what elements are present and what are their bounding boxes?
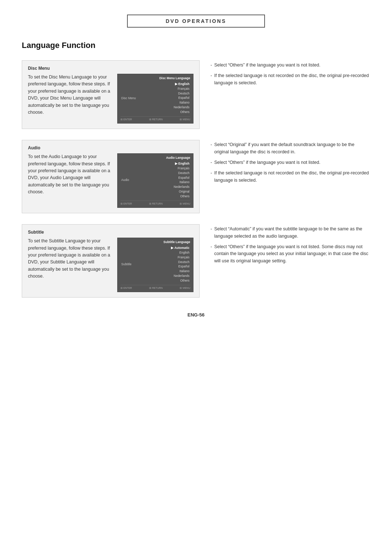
screen-item-english: English [174, 82, 189, 86]
screen-item-nederlands: Nederlands [174, 105, 189, 110]
screen-item-others: Others [174, 194, 189, 199]
bullet-item-audio-0: -Select “Original” if you want the defau… [211, 141, 370, 156]
screen-item-nederlands: Nederlands [174, 185, 189, 189]
screen-item-français: Français [174, 166, 189, 171]
section-subtitle: SubtitleTo set the Subtitle Language to … [22, 224, 370, 298]
bullet-item-subtitle-1: -Select “Others” if the language you wan… [211, 243, 370, 265]
screen-item-français: Français [174, 86, 189, 91]
section-left-disc-menu: Disc MenuTo set the Disc Menu Language t… [22, 60, 200, 129]
info-box-audio: AudioTo set the Audio Language to your p… [22, 140, 200, 213]
bullet-item-disc-menu-1: -If the selected language is not recorde… [211, 72, 370, 86]
section-audio: AudioTo set the Audio Language to your p… [22, 140, 370, 213]
screen-item-español: Español [171, 264, 189, 269]
page-number: ENG-56 [22, 312, 370, 318]
section-left-audio: AudioTo set the Audio Language to your p… [22, 140, 200, 213]
bullet-text-disc-menu-1: If the selected language is not recorded… [214, 72, 370, 86]
screen-item-automatic: Automatic [171, 246, 189, 250]
screen-footer-disc-menu: ⊞ ENTER⊞ RETURN⊞ MENU [121, 116, 190, 121]
screen-item-italiano: Italiano [174, 100, 189, 105]
screen-item-english: English [174, 161, 189, 166]
bullet-list-disc-menu: -Select “Others” if the language you wan… [211, 62, 370, 86]
info-box-title-subtitle: Subtitle [28, 230, 193, 235]
info-box-text-subtitle: To set the Subtitle Language to your pre… [28, 238, 114, 280]
bullet-text-audio-1: Select “Others” if the language you want… [214, 159, 320, 166]
info-box-text-audio: To set the Audio Language to your prefer… [28, 153, 114, 195]
screen-footer-subtitle: ⊞ ENTER⊞ RETURN⊞ MENU [121, 285, 190, 290]
screen-mock-subtitle: Subtitle LanguageSubtitleAutomaticEnglis… [117, 238, 193, 292]
section-disc-menu: Disc MenuTo set the Disc Menu Language t… [22, 60, 370, 129]
screen-mock-disc-menu: Disc Menu LanguageDisc MenuEnglishFrança… [117, 74, 193, 124]
bullet-text-subtitle-1: Select “Others” if the language you want… [214, 243, 370, 265]
screen-item-others: Others [174, 110, 189, 114]
screen-title-audio: Audio Language [121, 156, 190, 160]
section-right-audio: -Select “Original” if you want the defau… [211, 140, 370, 213]
info-box-title-audio: Audio [28, 145, 193, 150]
screen-title-disc-menu: Disc Menu Language [121, 76, 190, 80]
bullet-item-disc-menu-0: -Select “Others” if the language you wan… [211, 62, 370, 69]
page-header: DVD Operations [127, 15, 265, 28]
bullet-text-audio-2: If the selected language is not recorded… [214, 170, 370, 184]
screen-item-italiano: Italiano [174, 180, 189, 185]
bullet-text-audio-0: Select “Original” if you want the defaul… [214, 141, 370, 156]
bullet-item-subtitle-0: -Select “Automatic” if you want the subt… [211, 226, 370, 240]
bullet-item-audio-2: -If the selected language is not recorde… [211, 170, 370, 184]
screen-item-italiano: Italiano [171, 269, 189, 274]
bullet-text-subtitle-0: Select “Automatic” if you want the subti… [214, 226, 370, 240]
screen-mock-audio: Audio LanguageAudioEnglishFrançaisDeutsc… [117, 153, 193, 208]
screen-item-español: Español [174, 175, 189, 180]
screen-item-français: Français [171, 255, 189, 260]
screen-item-español: Español [174, 96, 189, 100]
section-left-subtitle: SubtitleTo set the Subtitle Language to … [22, 224, 200, 298]
screen-label-disc-menu: Disc Menu [121, 96, 136, 100]
section-right-subtitle: -Select “Automatic” if you want the subt… [211, 224, 370, 298]
info-box-text-disc-menu: To set the Disc Menu Language to your pr… [28, 74, 114, 116]
screen-item-deutsch: Deutsch [171, 260, 189, 265]
bullet-item-audio-1: -Select “Others” if the language you wan… [211, 159, 370, 166]
info-box-disc-menu: Disc MenuTo set the Disc Menu Language t… [22, 60, 200, 129]
screen-item-deutsch: Deutsch [174, 171, 189, 175]
bullet-list-audio: -Select “Original” if you want the defau… [211, 141, 370, 184]
screen-label-audio: Audio [121, 178, 129, 182]
section-right-disc-menu: -Select “Others” if the language you wan… [211, 60, 370, 129]
screen-item-original: Original [174, 189, 189, 194]
screen-item-others: Others [171, 278, 189, 283]
screen-title-subtitle: Subtitle Language [121, 240, 190, 244]
screen-item-english: English [171, 250, 189, 255]
bullet-text-disc-menu-0: Select “Others” if the language you want… [214, 62, 320, 69]
bullet-list-subtitle: -Select “Automatic” if you want the subt… [211, 226, 370, 265]
screen-footer-audio: ⊞ ENTER⊞ RETURN⊞ MENU [121, 201, 190, 205]
screen-label-subtitle: Subtitle [121, 262, 131, 266]
info-box-subtitle: SubtitleTo set the Subtitle Language to … [22, 224, 200, 298]
screen-item-nederlands: Nederlands [171, 274, 189, 278]
screen-item-deutsch: Deutsch [174, 91, 189, 96]
info-box-title-disc-menu: Disc Menu [28, 66, 193, 71]
page-title: Language Function [22, 41, 370, 50]
